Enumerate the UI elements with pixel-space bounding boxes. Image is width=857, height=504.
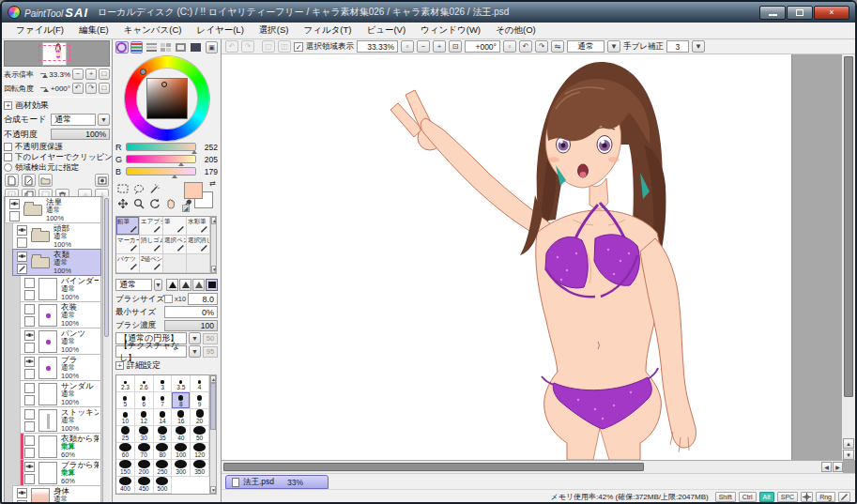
edge-hard-button[interactable]	[166, 279, 178, 291]
brush-size-16[interactable]: 16	[172, 409, 191, 426]
scroll-left-icon[interactable]: ◀	[821, 462, 832, 472]
brush-size-400[interactable]: 400	[116, 477, 135, 494]
new-folder-button[interactable]	[38, 174, 53, 187]
opacity-slider[interactable]: 100%	[51, 129, 110, 140]
deselect-button[interactable]: ▢	[262, 40, 275, 53]
layer-row-sandals[interactable]: サンダル通常100%	[20, 380, 101, 407]
selection-source-row[interactable]: 領域検出元に指定	[4, 162, 110, 173]
size-unit-checkbox[interactable]	[164, 295, 173, 303]
redo-button[interactable]: ↷	[241, 40, 254, 53]
layer-row-bra-shadow[interactable]: ブラから落ちる影乗算60%	[20, 459, 101, 486]
canvas-zoom-field[interactable]: 33.33%	[357, 40, 398, 53]
scroll-right-icon[interactable]: ▶	[833, 462, 843, 472]
menu-edit[interactable]: 編集(E)	[72, 23, 115, 38]
layer-row-costume[interactable]: 衣装通常100%	[20, 301, 101, 328]
edge-square-button[interactable]	[206, 279, 218, 291]
undo-button[interactable]: ↶	[225, 40, 238, 53]
brush-size-300[interactable]: 300	[172, 460, 191, 477]
brush-size-2.3[interactable]: 2.3	[116, 375, 135, 392]
color-mixer-tab[interactable]	[160, 41, 173, 53]
layer-extra-toggle[interactable]	[24, 316, 35, 327]
blue-slider[interactable]	[126, 167, 196, 176]
blend-mode-select[interactable]: 通常	[51, 114, 96, 126]
brush-size-200[interactable]: 200	[135, 460, 154, 477]
preserve-opacity-row[interactable]: 不透明度保護	[4, 142, 110, 152]
rgb-slider-tab[interactable]	[130, 41, 144, 53]
scroll-up-icon[interactable]: ▲	[843, 438, 854, 449]
menu-window[interactable]: ウィンドウ(W)	[414, 23, 487, 38]
layer-extra-toggle[interactable]	[24, 369, 35, 379]
zoom-out-button[interactable]: −	[72, 69, 84, 80]
brush-grid-scrollbar[interactable]: ▲▼	[210, 216, 217, 274]
brush-airbrush[interactable]: エアブラシ	[140, 217, 163, 236]
menu-file[interactable]: ファイル(F)	[9, 23, 70, 38]
close-button[interactable]: ×	[814, 6, 849, 20]
layer-visibility-toggle[interactable]	[24, 357, 35, 367]
swap-colors-icon[interactable]: ⇄	[209, 179, 216, 188]
red-slider[interactable]	[126, 143, 196, 151]
layer-visibility-toggle[interactable]	[24, 462, 35, 472]
brush-size-30[interactable]: 30	[135, 426, 154, 443]
vertical-scroll-thumb[interactable]	[844, 56, 853, 397]
rotate-canvas-tool[interactable]	[147, 197, 161, 210]
saturation-value-square[interactable]	[146, 78, 188, 119]
brush-size-2.6[interactable]: 2.6	[135, 375, 154, 392]
menu-view[interactable]: ビュー(V)	[360, 23, 413, 38]
flip-horizontal-button[interactable]: ⇋	[551, 40, 564, 53]
brush-blend-dropdown-button[interactable]: ▼	[154, 279, 162, 291]
brush-size-7[interactable]: 7	[154, 392, 173, 409]
foreground-color-swatch[interactable]	[184, 182, 203, 199]
canvas[interactable]	[222, 54, 792, 460]
new-layer-button[interactable]	[5, 174, 19, 187]
layer-extra-toggle[interactable]	[17, 264, 27, 274]
brush-blend-select[interactable]: 通常	[115, 279, 152, 291]
edge-soft-button[interactable]	[179, 279, 191, 291]
brush-size-field[interactable]: 8.0	[188, 293, 218, 305]
brush-size-80[interactable]: 80	[154, 443, 173, 460]
canvas-artwork[interactable]	[222, 54, 792, 460]
scroll-down-icon[interactable]: ▼	[843, 450, 854, 460]
maximize-button[interactable]	[787, 6, 813, 20]
new-linework-layer-button[interactable]	[22, 174, 36, 187]
brush-size-250[interactable]: 250	[154, 460, 173, 477]
brush-size-12[interactable]: 12	[135, 409, 154, 426]
panel-menu-button[interactable]: ▣	[206, 41, 218, 53]
paint-mode-dropdown-button[interactable]: ▼	[607, 40, 620, 53]
brush-size-10[interactable]: 10	[116, 409, 135, 426]
brush-marker[interactable]: マーカー	[116, 236, 140, 254]
rect-select-tool[interactable]	[115, 182, 130, 195]
brush-brush[interactable]: 筆	[163, 217, 187, 236]
layer-extra-toggle[interactable]	[24, 448, 35, 458]
layer-list-scrollbar[interactable]	[102, 196, 110, 504]
brush-watercolor[interactable]: 水彩筆	[187, 217, 210, 236]
rotate-ccw-button[interactable]: ↶	[72, 83, 84, 94]
brush-size-35[interactable]: 35	[154, 426, 173, 443]
zoom-in-button[interactable]: +	[85, 69, 97, 80]
preserve-opacity-checkbox[interactable]	[4, 143, 12, 151]
zoom-in-button[interactable]: +	[433, 40, 446, 53]
brush-texture-dropdown-button[interactable]: ▼	[189, 345, 201, 358]
layer-row-body[interactable]: 身体通常100%	[12, 485, 101, 504]
hand-tool[interactable]	[163, 197, 177, 210]
swatches-tab[interactable]	[175, 41, 188, 53]
hsv-slider-tab[interactable]	[145, 41, 158, 53]
menu-filter[interactable]: フィルタ(T)	[297, 23, 358, 38]
blend-mode-dropdown-button[interactable]: ▼	[98, 114, 110, 126]
size-grid-scrollbar[interactable]: ▲▼	[209, 374, 217, 495]
menu-others[interactable]: その他(O)	[489, 23, 543, 38]
brush-select-eraser[interactable]: 選択消し	[187, 236, 210, 254]
brush-size-150[interactable]: 150	[116, 460, 135, 477]
brush-size-70[interactable]: 70	[135, 443, 154, 460]
color-wheel[interactable]	[124, 56, 210, 141]
zoom-reset-button[interactable]: □	[99, 69, 110, 80]
stabilizer-dropdown-button[interactable]: ▼	[692, 40, 705, 53]
stabilizer-field[interactable]: 3	[666, 40, 689, 53]
menu-layer[interactable]: レイヤー(L)	[191, 23, 251, 38]
expand-icon[interactable]: +	[115, 361, 124, 370]
hue-marker[interactable]	[140, 69, 146, 75]
color-wheel-tab[interactable]	[115, 41, 129, 53]
brush-size-120[interactable]: 120	[191, 443, 209, 460]
clipping-row[interactable]: 下のレイヤーでクリッピング	[4, 152, 110, 162]
minimize-button[interactable]	[759, 6, 786, 20]
layer-row-root[interactable]: 法皇通常100%	[5, 196, 101, 223]
